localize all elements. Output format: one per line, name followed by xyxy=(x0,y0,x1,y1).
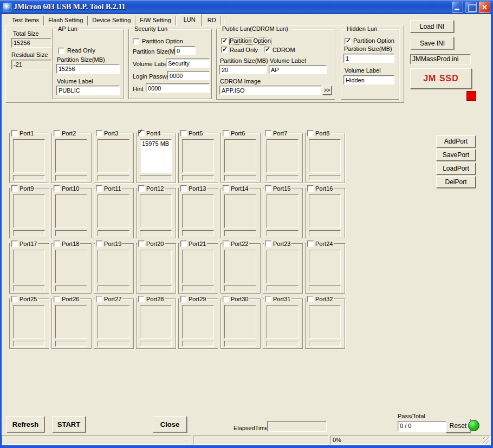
public-partition-option-checkbox[interactable] xyxy=(221,38,228,44)
close-button[interactable] xyxy=(479,2,490,13)
public-cdrom-checkbox[interactable] xyxy=(264,47,270,53)
public-partition-size-input[interactable]: 20 xyxy=(219,65,267,74)
port-checkbox-6[interactable] xyxy=(223,130,229,137)
port-info-list[interactable] xyxy=(98,250,129,283)
port-info-list[interactable] xyxy=(309,139,341,173)
port-checkbox-25[interactable] xyxy=(11,296,18,302)
port-info-list[interactable] xyxy=(267,250,299,283)
port-info-list[interactable] xyxy=(13,194,45,228)
security-volume-label-input[interactable]: Security xyxy=(166,59,210,68)
security-partition-option-checkbox[interactable] xyxy=(133,38,139,45)
port-info-list[interactable] xyxy=(267,194,299,228)
port-info-list[interactable] xyxy=(224,305,256,339)
hidden-partition-size-input[interactable]: 1 xyxy=(343,54,394,63)
port-info-list[interactable] xyxy=(309,305,341,339)
port-checkbox-26[interactable] xyxy=(54,296,60,302)
port-checkbox-16[interactable] xyxy=(307,185,314,192)
port-info-list[interactable] xyxy=(55,305,87,339)
port-checkbox-22[interactable] xyxy=(223,241,229,247)
security-partition-size-input[interactable]: 0 xyxy=(174,46,196,55)
titlebar[interactable]: JMicron 603 USB M.P. Tool B.2.11 xyxy=(0,0,493,14)
port-info-list[interactable] xyxy=(224,194,256,228)
public-read-only-checkbox[interactable] xyxy=(221,47,228,53)
port-info-list[interactable]: 15975 MB xyxy=(140,139,172,173)
port-info-list[interactable] xyxy=(224,139,256,173)
port-info-list[interactable] xyxy=(309,194,341,228)
port-info-list[interactable] xyxy=(140,194,172,228)
port-checkbox-10[interactable] xyxy=(54,185,60,192)
port-checkbox-32[interactable] xyxy=(307,296,314,302)
ap-partition-size-input[interactable]: 15256 xyxy=(56,64,120,74)
port-info-list[interactable] xyxy=(13,250,45,283)
refresh-button[interactable]: Refresh xyxy=(7,416,44,432)
reset-button[interactable]: Reset xyxy=(446,419,470,433)
public-volume-label-input[interactable]: AP xyxy=(269,65,327,74)
hidden-volume-label-input[interactable]: Hidden xyxy=(343,75,394,85)
tab-rd[interactable]: RD xyxy=(203,16,221,25)
loadport-button[interactable]: LoadPort xyxy=(436,163,476,174)
port-checkbox-8[interactable] xyxy=(307,130,314,137)
port-checkbox-28[interactable] xyxy=(138,296,145,302)
port-checkbox-14[interactable] xyxy=(223,185,229,192)
port-checkbox-30[interactable] xyxy=(223,296,229,302)
port-checkbox-9[interactable] xyxy=(11,185,18,192)
cdrom-image-browse-button[interactable]: >> xyxy=(322,86,332,95)
port-checkbox-15[interactable] xyxy=(265,185,271,192)
port-checkbox-4[interactable] xyxy=(138,130,145,137)
port-checkbox-29[interactable] xyxy=(180,296,187,302)
port-checkbox-1[interactable] xyxy=(11,130,18,137)
port-info-list[interactable] xyxy=(55,139,87,173)
port-info-list[interactable] xyxy=(267,139,299,173)
port-checkbox-23[interactable] xyxy=(265,241,271,247)
tab-f-w-setting[interactable]: F/W Setting xyxy=(135,16,176,25)
port-checkbox-11[interactable] xyxy=(96,185,102,192)
port-info-list[interactable] xyxy=(182,194,214,228)
port-info-list[interactable] xyxy=(267,305,299,339)
port-info-list[interactable] xyxy=(140,305,172,339)
ap-volume-label-input[interactable]: PUBLIC xyxy=(56,86,120,95)
port-checkbox-13[interactable] xyxy=(180,185,187,192)
close-app-button[interactable]: Close xyxy=(153,416,187,432)
minimize-button[interactable] xyxy=(452,2,463,13)
port-info-list[interactable] xyxy=(98,139,129,173)
port-checkbox-21[interactable] xyxy=(180,241,187,247)
port-info-list[interactable] xyxy=(13,139,45,173)
maximize-button[interactable] xyxy=(465,2,477,13)
port-checkbox-17[interactable] xyxy=(11,241,18,247)
port-info-list[interactable] xyxy=(55,194,87,228)
resize-grip[interactable] xyxy=(483,437,490,444)
port-checkbox-24[interactable] xyxy=(307,241,314,247)
port-info-list[interactable] xyxy=(182,139,214,173)
tab-test-items[interactable]: Test Items xyxy=(8,16,44,25)
tab-lun[interactable]: LUN xyxy=(178,14,202,27)
port-info-list[interactable] xyxy=(98,305,129,339)
port-info-list[interactable] xyxy=(309,250,341,283)
port-checkbox-5[interactable] xyxy=(180,130,187,137)
delport-button[interactable]: DelPort xyxy=(436,176,476,188)
port-info-list[interactable] xyxy=(13,305,45,339)
port-info-list[interactable] xyxy=(182,250,214,283)
public-cdrom-image-input[interactable]: APP.ISO xyxy=(219,86,321,95)
load-ini-button[interactable]: Load INI xyxy=(410,20,454,33)
hidden-partition-option-checkbox[interactable] xyxy=(345,38,351,44)
port-checkbox-20[interactable] xyxy=(138,241,145,247)
saveport-button[interactable]: SavePort xyxy=(436,149,476,161)
port-info-list[interactable] xyxy=(224,250,256,283)
security-login-password-input[interactable]: 0000 xyxy=(167,71,210,80)
start-button[interactable]: START xyxy=(52,416,86,432)
port-info-list[interactable] xyxy=(98,194,129,228)
port-info-list[interactable] xyxy=(182,305,214,339)
port-checkbox-19[interactable] xyxy=(96,241,102,247)
addport-button[interactable]: AddPort xyxy=(436,135,476,147)
port-checkbox-27[interactable] xyxy=(96,296,102,302)
port-checkbox-12[interactable] xyxy=(138,185,145,192)
security-hint-input[interactable]: 0000 xyxy=(146,83,210,93)
save-ini-button[interactable]: Save INI xyxy=(411,37,454,49)
port-checkbox-3[interactable] xyxy=(96,130,102,137)
port-info-list[interactable] xyxy=(55,250,87,283)
port-checkbox-2[interactable] xyxy=(54,130,60,137)
port-checkbox-7[interactable] xyxy=(265,130,271,137)
jm-ssd-button[interactable]: JM SSD xyxy=(410,68,472,89)
port-info-list[interactable] xyxy=(140,250,172,283)
port-checkbox-31[interactable] xyxy=(265,296,271,302)
